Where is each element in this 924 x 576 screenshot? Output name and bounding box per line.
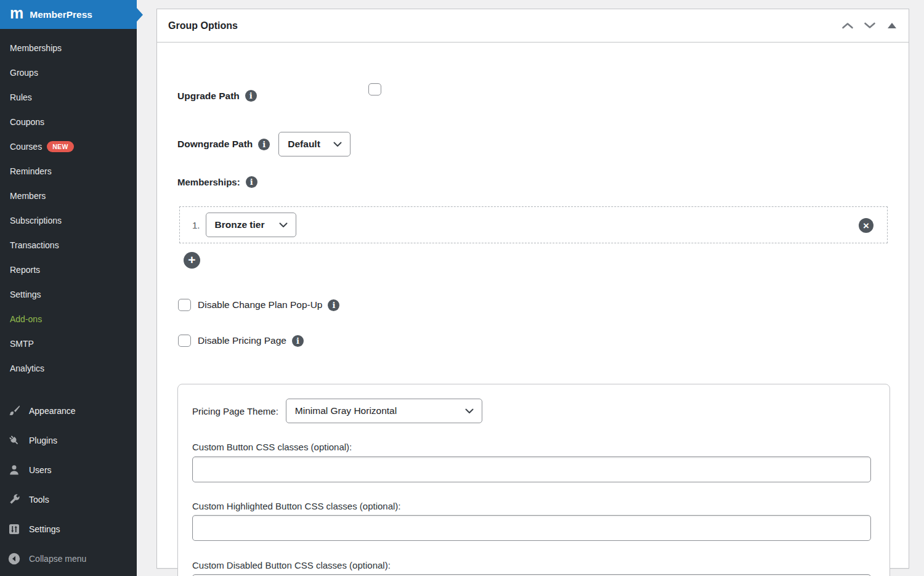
sidebar-link-subscriptions[interactable]: Subscriptions (0, 208, 137, 233)
custom-button-css-input[interactable] (192, 456, 871, 482)
info-icon[interactable]: i (246, 176, 257, 188)
sidebar-item-groups[interactable]: Groups (0, 60, 137, 85)
sidebar-item-label: Collapse menu (29, 554, 86, 564)
admin-sidebar: m MemberPress Memberships Groups Rules C… (0, 0, 137, 576)
sidebar-link-wp-settings[interactable]: Settings (0, 514, 137, 544)
downgrade-path-row: Downgrade Path i Default (177, 132, 351, 156)
remove-row-icon[interactable]: × (859, 218, 873, 233)
sidebar-link-coupons[interactable]: Coupons (0, 110, 137, 134)
sidebar-item-settings[interactable]: Settings (0, 282, 137, 307)
pricing-options-box: Pricing Page Theme: Minimal Gray Horizon… (177, 384, 890, 576)
sidebar-item-reports[interactable]: Reports (0, 258, 137, 282)
sidebar-item-members[interactable]: Members (0, 184, 137, 208)
sidebar-item-courses[interactable]: CoursesNEW (0, 134, 137, 159)
sidebar-item-addons[interactable]: Add-ons (0, 307, 137, 331)
sidebar-item-label: Settings (29, 524, 60, 534)
move-up-icon[interactable] (841, 19, 854, 33)
collapse-menu-item[interactable]: Collapse menu (0, 544, 137, 574)
sidebar-link-smtp[interactable]: SMTP (0, 331, 137, 356)
custom-button-css-label: Custom Button CSS classes (optional): (192, 442, 352, 452)
sidebar-link-users[interactable]: Users (0, 455, 137, 485)
info-icon[interactable]: i (245, 90, 257, 102)
select-value: Bronze tier (215, 219, 265, 230)
wp-admin-menu: Appearance Plugins Users (0, 396, 137, 574)
sidebar-link-reports[interactable]: Reports (0, 258, 137, 282)
sidebar-item-label: Appearance (29, 406, 76, 416)
sidebar-item-rules[interactable]: Rules (0, 85, 137, 110)
sidebar-link-tools[interactable]: Tools (0, 485, 137, 514)
sidebar-link-rules[interactable]: Rules (0, 85, 137, 110)
sidebar-link-courses[interactable]: CoursesNEW (0, 134, 137, 159)
pricing-theme-select[interactable]: Minimal Gray Horizontal (286, 399, 482, 423)
chevron-down-icon (279, 222, 288, 228)
sidebar-item-reminders[interactable]: Reminders (0, 159, 137, 184)
select-value: Minimal Gray Horizontal (295, 405, 397, 416)
sidebar-item-label: Tools (29, 495, 49, 505)
sidebar-item-label: Members (10, 191, 46, 201)
sidebar-link-transactions[interactable]: Transactions (0, 233, 137, 258)
sidebar-item-plugins[interactable]: Plugins (0, 426, 137, 455)
memberpress-brand[interactable]: m MemberPress (0, 0, 137, 29)
upgrade-path-row: Upgrade Path i (177, 90, 257, 102)
membership-sortable-row: 1. Bronze tier × (179, 206, 888, 243)
brand-name: MemberPress (30, 9, 92, 20)
upgrade-path-label: Upgrade Path (177, 91, 240, 102)
sidebar-item-label: Memberships (10, 43, 62, 53)
paintbrush-icon (7, 404, 21, 418)
sidebar-link-settings[interactable]: Settings (0, 282, 137, 307)
disable-change-plan-checkbox[interactable] (178, 299, 191, 311)
sidebar-item-label: Users (29, 465, 52, 475)
plug-icon (7, 434, 21, 447)
chevron-down-icon (465, 408, 474, 414)
sidebar-item-label: SMTP (10, 339, 34, 349)
sidebar-item-users[interactable]: Users (0, 455, 137, 485)
disable-pricing-page-row: Disable Pricing Page i (178, 335, 304, 347)
downgrade-path-select[interactable]: Default (278, 132, 351, 156)
collapse-menu-link[interactable]: Collapse menu (0, 544, 137, 574)
disable-pricing-page-checkbox[interactable] (178, 335, 191, 347)
upgrade-path-checkbox[interactable] (368, 83, 381, 95)
sidebar-item-smtp[interactable]: SMTP (0, 331, 137, 356)
sidebar-item-label: Groups (10, 68, 38, 78)
sidebar-link-analytics[interactable]: Analytics (0, 356, 137, 381)
sidebar-item-memberships[interactable]: Memberships (0, 36, 137, 60)
sidebar-item-transactions[interactable]: Transactions (0, 233, 137, 258)
sidebar-item-wp-settings[interactable]: Settings (0, 514, 137, 544)
info-icon[interactable]: i (258, 139, 270, 150)
info-icon[interactable]: i (292, 335, 304, 347)
sidebar-link-groups[interactable]: Groups (0, 60, 137, 85)
sidebar-item-label: Courses (10, 142, 42, 152)
wrench-icon (7, 493, 21, 506)
sidebar-item-tools[interactable]: Tools (0, 485, 137, 514)
sidebar-link-members[interactable]: Members (0, 184, 137, 208)
sidebar-link-memberships[interactable]: Memberships (0, 36, 137, 60)
collapse-arrow-icon (7, 552, 21, 566)
memberpress-logo-icon: m (10, 6, 23, 21)
add-membership-icon[interactable]: + (184, 252, 200, 269)
sidebar-link-addons[interactable]: Add-ons (0, 307, 137, 331)
sidebar-item-label: Subscriptions (10, 216, 62, 225)
sidebar-link-plugins[interactable]: Plugins (0, 426, 137, 455)
sidebar-item-subscriptions[interactable]: Subscriptions (0, 208, 137, 233)
downgrade-path-label: Downgrade Path (177, 139, 253, 150)
memberpress-submenu: Memberships Groups Rules Coupons Courses… (0, 29, 137, 381)
sidebar-item-label: Settings (10, 290, 41, 299)
sidebar-link-appearance[interactable]: Appearance (0, 396, 137, 426)
pricing-theme-row: Pricing Page Theme: Minimal Gray Horizon… (192, 399, 482, 423)
membership-select[interactable]: Bronze tier (206, 213, 296, 237)
memberships-row: Memberships: i (177, 176, 257, 188)
select-value: Default (288, 139, 320, 150)
user-icon (7, 463, 21, 477)
sidebar-item-label: Reports (10, 265, 40, 275)
disable-change-plan-label: Disable Change Plan Pop-Up (198, 299, 322, 310)
sidebar-item-appearance[interactable]: Appearance (0, 396, 137, 426)
info-icon[interactable]: i (328, 299, 339, 311)
move-down-icon[interactable] (863, 19, 877, 33)
sidebar-item-coupons[interactable]: Coupons (0, 110, 137, 134)
sidebar-link-reminders[interactable]: Reminders (0, 159, 137, 184)
sidebar-item-analytics[interactable]: Analytics (0, 356, 137, 381)
custom-highlighted-button-css-input[interactable] (192, 515, 871, 541)
disable-change-plan-row: Disable Change Plan Pop-Up i (178, 299, 339, 311)
toggle-panel-icon[interactable] (885, 19, 899, 33)
sidebar-item-label: Add-ons (10, 314, 42, 324)
